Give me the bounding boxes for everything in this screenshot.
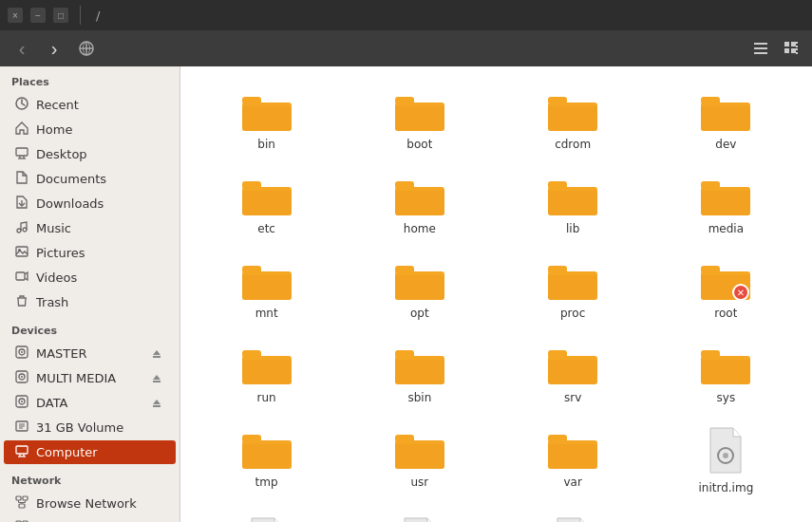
- sidebar-item-browse-network[interactable]: Browse Network: [4, 492, 176, 515]
- svg-marker-34: [153, 375, 161, 380]
- file-item-cdrom[interactable]: cdrom: [499, 82, 648, 158]
- file-name-media: media: [708, 222, 744, 235]
- svg-rect-25: [16, 272, 25, 280]
- file-icon-usr: [395, 427, 444, 472]
- file-item-proc[interactable]: proc: [499, 251, 648, 327]
- file-item-var[interactable]: var: [499, 419, 648, 502]
- svg-rect-7: [784, 42, 789, 47]
- sidebar-item-desktop[interactable]: Desktop: [4, 142, 176, 166]
- file-icon-sys: [701, 343, 750, 387]
- close-button[interactable]: ×: [8, 8, 23, 23]
- back-button[interactable]: ‹: [8, 35, 36, 62]
- file-item-media[interactable]: media: [651, 166, 801, 243]
- sidebar-item-connect-server[interactable]: Connect to Server: [4, 516, 176, 522]
- sidebar-item-recent[interactable]: Recent: [4, 93, 176, 117]
- svg-rect-8: [791, 42, 796, 47]
- file-item-lib[interactable]: lib: [499, 166, 648, 243]
- file-item-mnt[interactable]: mnt: [192, 251, 341, 327]
- sidebar-item-31gb[interactable]: 31 GB Volume: [4, 416, 176, 439]
- volume-31gb-icon: [15, 419, 28, 436]
- file-item-boot[interactable]: boot: [345, 82, 494, 158]
- svg-rect-4: [754, 43, 767, 45]
- file-item-usr[interactable]: usr: [345, 419, 494, 502]
- file-item-opt[interactable]: opt: [345, 251, 494, 327]
- forward-button[interactable]: ›: [40, 35, 68, 62]
- file-item-initrd.img.old[interactable]: initrd.img.old: [192, 510, 341, 522]
- file-name-sys: sys: [717, 391, 736, 404]
- grid-view-icon: [783, 40, 800, 57]
- file-name-home: home: [404, 222, 436, 235]
- eject-multimedia-button[interactable]: [149, 371, 164, 386]
- file-name-mnt: mnt: [255, 307, 278, 320]
- toolbar: ‹ ›: [0, 30, 812, 66]
- sidebar-item-computer[interactable]: Computer: [4, 440, 176, 464]
- file-icon-opt: [395, 258, 444, 303]
- svg-rect-12: [796, 46, 798, 47]
- svg-rect-9: [784, 48, 789, 53]
- minimize-button[interactable]: −: [30, 8, 46, 23]
- sidebar-item-label-documents: Documents: [36, 172, 164, 186]
- file-name-lib: lib: [566, 222, 579, 235]
- places-header: Places: [0, 66, 179, 92]
- file-name-srv: srv: [564, 391, 581, 404]
- eject-data-button[interactable]: [149, 396, 164, 411]
- svg-rect-103: [242, 360, 292, 384]
- file-name-proc: proc: [560, 307, 585, 320]
- file-item-run[interactable]: run: [192, 335, 341, 412]
- svg-rect-83: [548, 191, 597, 215]
- file-item-sbin[interactable]: sbin: [345, 335, 494, 412]
- svg-rect-35: [153, 381, 161, 382]
- svg-point-28: [21, 351, 23, 353]
- svg-rect-40: [153, 405, 161, 407]
- file-item-bin[interactable]: bin: [192, 82, 341, 158]
- location-button[interactable]: [72, 35, 101, 62]
- sidebar-item-multi-media[interactable]: MULTI MEDIA: [4, 366, 176, 390]
- sidebar-item-label-recent: Recent: [36, 98, 164, 112]
- location-icon: [78, 40, 95, 57]
- svg-rect-11: [796, 42, 798, 44]
- eject-master-button[interactable]: [149, 346, 164, 362]
- file-item-dev[interactable]: dev: [651, 82, 801, 158]
- file-name-boot: boot: [406, 138, 432, 151]
- sidebar-item-downloads[interactable]: Downloads: [4, 192, 176, 215]
- sidebar-item-trash[interactable]: Trash: [4, 290, 176, 314]
- file-item-initrd.img[interactable]: initrd.img: [651, 419, 801, 502]
- file-item-srv[interactable]: srv: [499, 335, 648, 412]
- sidebar-item-documents[interactable]: Documents: [4, 167, 176, 191]
- disc-data-icon: [15, 395, 28, 411]
- file-item-root[interactable]: ✕ root: [651, 251, 801, 327]
- file-item-etc[interactable]: etc: [192, 166, 341, 243]
- grid-view-button[interactable]: [778, 35, 804, 62]
- list-view-button[interactable]: [747, 35, 774, 62]
- file-name-root: root: [714, 307, 737, 320]
- file-area: bin boot cdrom dev etc home lib: [180, 66, 812, 522]
- file-icon-dev: [701, 89, 750, 134]
- sidebar-item-master[interactable]: MASTER: [4, 342, 176, 365]
- sidebar-item-label-music: Music: [36, 221, 164, 235]
- maximize-button[interactable]: □: [53, 8, 68, 23]
- file-name-bin: bin: [257, 138, 275, 151]
- file-icon-initrd.img.old: [248, 517, 286, 522]
- sidebar-item-music[interactable]: Music: [4, 216, 176, 240]
- file-item-sys[interactable]: sys: [651, 335, 801, 412]
- file-icon-mnt: [242, 258, 292, 303]
- desktop-icon: [15, 146, 28, 162]
- sidebar-item-label-data: DATA: [36, 396, 142, 410]
- file-item-vmlinuz[interactable]: 10110 01011 vmlinuz: [345, 510, 494, 522]
- file-item-home[interactable]: home: [345, 166, 494, 243]
- svg-rect-80: [395, 191, 444, 215]
- sidebar-item-home[interactable]: Home: [4, 118, 176, 141]
- svg-rect-112: [701, 360, 750, 384]
- titlebar: × − □ /: [0, 0, 812, 30]
- file-item-tmp[interactable]: tmp: [192, 419, 341, 502]
- file-item-vmlinuz.old[interactable]: ✕ vmlinuz.old: [499, 510, 648, 522]
- sidebar-item-videos[interactable]: Videos: [4, 266, 176, 289]
- sidebar-item-pictures[interactable]: Pictures: [4, 241, 176, 265]
- file-icon-bin: [242, 89, 292, 134]
- file-icon-etc: [242, 174, 292, 218]
- list-view-icon: [752, 40, 769, 57]
- svg-rect-89: [242, 275, 292, 300]
- svg-rect-16: [16, 148, 28, 156]
- sidebar-item-data[interactable]: DATA: [4, 391, 176, 415]
- svg-rect-45: [16, 446, 28, 454]
